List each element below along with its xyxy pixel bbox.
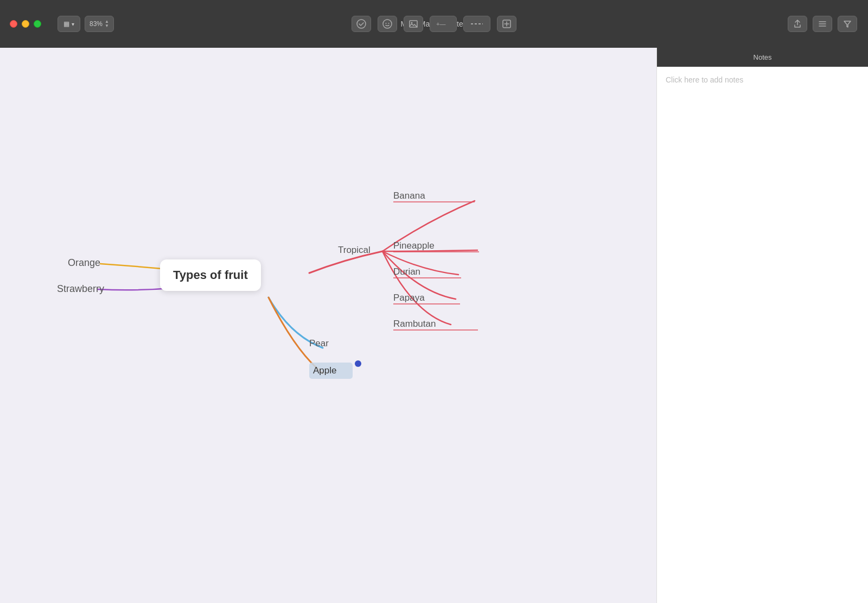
zoom-control[interactable]: 83% ▲▼ (85, 16, 114, 32)
svg-text:+—: +— (436, 21, 445, 27)
notes-header: Notes (657, 48, 868, 67)
svg-point-5 (411, 22, 413, 24)
add-connection-button[interactable]: +— (430, 16, 457, 32)
svg-text:Apple: Apple (313, 365, 336, 376)
check-button[interactable] (352, 16, 371, 32)
central-node-text: Types of fruit (173, 268, 248, 282)
share-button[interactable] (788, 16, 807, 32)
zoom-value: 83% (90, 20, 103, 28)
svg-point-0 (357, 20, 366, 28)
filter-button[interactable] (838, 16, 857, 32)
toolbar-left: ▦ ▾ 83% ▲▼ (58, 16, 114, 32)
notes-content[interactable]: Click here to add notes (657, 67, 868, 603)
notes-placeholder: Click here to add notes (666, 75, 743, 84)
minimize-button[interactable] (22, 20, 29, 28)
svg-point-1 (383, 20, 392, 28)
svg-text:Durian: Durian (393, 266, 420, 277)
svg-text:Tropical: Tropical (338, 245, 371, 255)
notes-panel: Notes Click here to add notes (656, 48, 868, 603)
connection-button[interactable] (463, 16, 490, 32)
add-node-button[interactable] (497, 16, 516, 32)
close-button[interactable] (10, 20, 17, 28)
toolbar-right (788, 16, 857, 32)
zoom-stepper: ▲▼ (105, 20, 109, 28)
svg-text:Strawberry: Strawberry (57, 283, 104, 294)
svg-text:Rambutan: Rambutan (393, 319, 436, 329)
maximize-button[interactable] (34, 20, 41, 28)
svg-text:Orange: Orange (68, 257, 100, 268)
svg-text:Pineapple: Pineapple (393, 240, 435, 251)
central-node[interactable]: Types of fruit (160, 259, 261, 291)
emoji-button[interactable] (378, 16, 397, 32)
traffic-lights (0, 20, 41, 28)
svg-point-2 (386, 23, 387, 24)
view-switcher-button[interactable]: ▦ ▾ (58, 16, 80, 32)
svg-point-30 (355, 360, 361, 367)
svg-text:Papaya: Papaya (393, 293, 425, 303)
main-content: Orange Strawberry Tropical Banana Pineap… (0, 48, 868, 603)
mindmap-svg: Orange Strawberry Tropical Banana Pineap… (0, 48, 656, 603)
image-button[interactable] (404, 16, 423, 32)
view-chevron: ▾ (72, 21, 74, 27)
svg-point-3 (388, 23, 390, 24)
svg-text:Pear: Pear (309, 338, 329, 348)
list-view-button[interactable] (813, 16, 832, 32)
view-icon: ▦ (63, 20, 69, 28)
titlebar: ▦ ▾ 83% ▲▼ Mind Map — Edited (0, 0, 868, 48)
svg-text:Banana: Banana (393, 191, 425, 201)
mindmap-canvas[interactable]: Orange Strawberry Tropical Banana Pineap… (0, 48, 656, 603)
toolbar-center: +— (352, 16, 516, 32)
